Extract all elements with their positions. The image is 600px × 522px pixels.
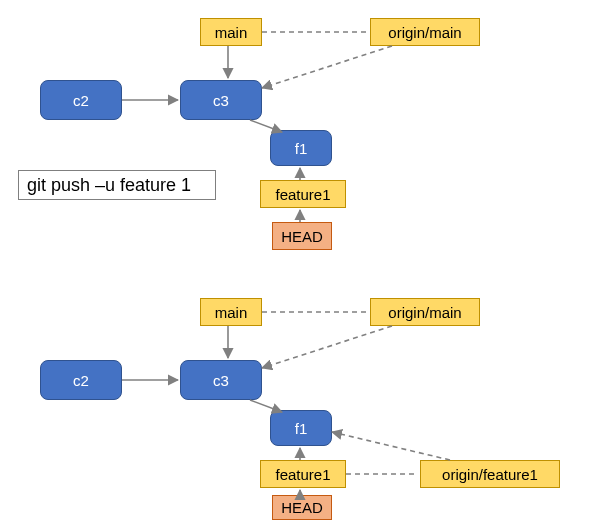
before-commit-c2: c2 bbox=[40, 80, 122, 120]
after-arrow-originfeature1-to-f1 bbox=[332, 432, 450, 460]
before-commit-c3: c3 bbox=[180, 80, 262, 120]
after-arrow-originmain-to-c3 bbox=[262, 326, 392, 368]
after-branch-origin-feature1: origin/feature1 bbox=[420, 460, 560, 488]
after-branch-origin-main: origin/main bbox=[370, 298, 480, 326]
command-label: git push –u feature 1 bbox=[18, 170, 216, 200]
before-arrow-originmain-to-c3 bbox=[262, 46, 392, 88]
after-head: HEAD bbox=[272, 495, 332, 520]
before-head: HEAD bbox=[272, 222, 332, 250]
before-commit-f1: f1 bbox=[270, 130, 332, 166]
after-branch-main: main bbox=[200, 298, 262, 326]
diagram-canvas: { "command": "git push –u feature 1", "b… bbox=[0, 0, 600, 522]
after-branch-feature1: feature1 bbox=[260, 460, 346, 488]
before-branch-main: main bbox=[200, 18, 262, 46]
after-commit-c2: c2 bbox=[40, 360, 122, 400]
before-branch-feature1: feature1 bbox=[260, 180, 346, 208]
after-commit-c3: c3 bbox=[180, 360, 262, 400]
before-branch-origin-main: origin/main bbox=[370, 18, 480, 46]
after-commit-f1: f1 bbox=[270, 410, 332, 446]
